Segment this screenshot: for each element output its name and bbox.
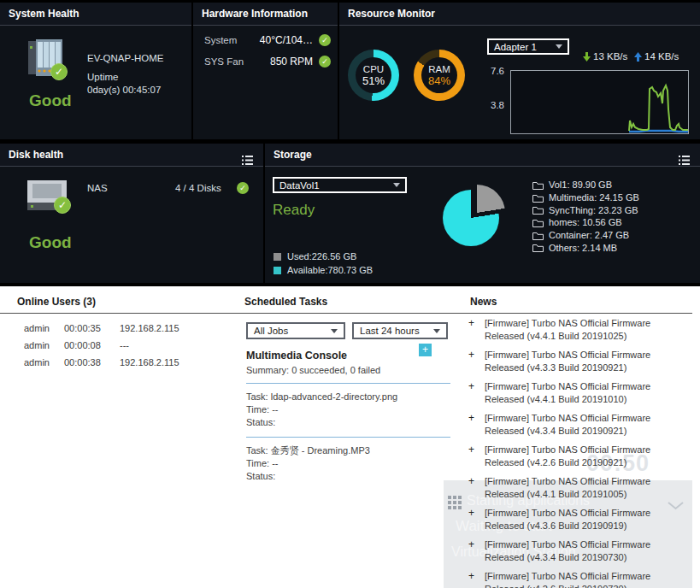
list-view-icon[interactable] — [679, 150, 690, 173]
folder-usage-list: Vol1: 89.90 GB Multimedia: 24.15 GB Sync… — [532, 179, 639, 254]
news-item[interactable]: +[Firmware] Turbo NAS Official FirmwareR… — [466, 317, 692, 343]
system-health-panel: System Health ✓ Good EV-QNAP-HOME Uptime — [0, 3, 191, 139]
user-name: admin — [0, 320, 64, 337]
disk-ok-icon: ✓ — [54, 197, 71, 214]
folder-row: Vol1: 89.90 GB — [532, 179, 639, 191]
hw-row-label: SYS Fan — [204, 56, 244, 67]
used-legend: Used:226.56 GB — [287, 251, 356, 262]
download-rate: 13 KB/s — [583, 51, 627, 62]
scheduled-tasks-title: Scheduled Tasks — [242, 296, 466, 314]
system-health-status: Good — [29, 91, 72, 110]
expand-icon: + — [466, 538, 485, 564]
hw-ok-icon: ✓ — [319, 34, 331, 46]
ram-value: 84% — [428, 74, 450, 87]
news-panel: News +[Firmware] Turbo NAS Official Firm… — [466, 286, 692, 588]
chevron-down-icon — [556, 44, 562, 49]
disks-ok-icon: ✓ — [237, 182, 249, 194]
task-item: Task: 金秀贤 - Dreaming.MP3 Time: -- Status… — [246, 444, 466, 483]
news-item[interactable]: +[Firmware] Turbo NAS Official FirmwareR… — [466, 475, 692, 501]
expand-icon: + — [466, 475, 485, 501]
folder-icon — [532, 193, 544, 203]
list-view-icon[interactable] — [242, 150, 253, 173]
folder-icon — [532, 231, 544, 240]
task-time: Time: -- — [246, 403, 466, 416]
session-time: 00:00:35 — [64, 320, 120, 337]
storage-pie-chart — [443, 190, 499, 246]
cpu-value: 51% — [362, 74, 385, 87]
folder-icon — [532, 218, 544, 227]
dashboard-light-area: 00:50 Starting applications Waiting to s… — [0, 286, 700, 588]
dashboard-dark-area: System Health ✓ Good EV-QNAP-HOME Uptime — [0, 0, 700, 286]
available-swatch — [274, 267, 281, 274]
expand-icon: + — [466, 412, 485, 438]
expand-icon: + — [466, 507, 485, 532]
task-status: Status: — [246, 470, 466, 483]
disk-health-status: Good — [29, 233, 72, 252]
disk-health-panel: Disk health ✓ Good NAS 4 / 4 Disks ✓ — [0, 144, 263, 283]
cpu-label: CPU — [363, 64, 384, 74]
volume-select-value: DataVol1 — [279, 180, 320, 191]
network-graph — [510, 70, 689, 134]
cpu-gauge: CPU 51% — [348, 50, 399, 101]
adapter-select[interactable]: Adapter 1 — [487, 38, 569, 55]
online-user-row: admin 00:00:35 192.168.2.115 — [0, 320, 242, 337]
chevron-down-icon — [433, 329, 440, 333]
expand-icon: + — [466, 317, 485, 343]
qnap-dashboard: System Health ✓ Good EV-QNAP-HOME Uptime — [0, 0, 700, 588]
task-summary: Summary: 0 succeeded, 0 failed — [246, 365, 466, 375]
y-tick: 7.6 — [475, 66, 504, 76]
news-item[interactable]: +[Firmware] Turbo NAS Official FirmwareR… — [466, 507, 692, 532]
user-ip: 192.168.2.115 — [120, 354, 179, 371]
add-task-button[interactable]: + — [419, 344, 432, 356]
user-name: admin — [0, 354, 64, 371]
volume-select[interactable]: DataVol1 — [273, 177, 407, 193]
volume-state: Ready — [273, 202, 315, 219]
hardware-panel: Hardware Information System 40°C/104… ✓ … — [193, 3, 338, 139]
storage-panel: Storage DataVol1 Ready Used:226.56 GB Av… — [265, 144, 700, 283]
download-series — [629, 85, 688, 131]
resource-monitor-title: Resource Monitor — [339, 3, 700, 26]
system-health-title: System Health — [0, 3, 191, 26]
hw-row-value: 850 RPM — [270, 56, 313, 68]
news-item[interactable]: +[Firmware] Turbo NAS Official FirmwareR… — [466, 349, 692, 374]
online-user-row: admin 00:00:08 --- — [0, 337, 242, 354]
disk-health-title: Disk health — [9, 149, 63, 161]
news-item[interactable]: +[Firmware] Turbo NAS Official FirmwareR… — [466, 570, 692, 588]
time-filter-select[interactable]: Last 24 hours — [352, 322, 448, 339]
news-item[interactable]: +[Firmware] Turbo NAS Official FirmwareR… — [466, 538, 692, 564]
expand-icon: + — [466, 349, 485, 374]
task-name: Task: 金秀贤 - Dreaming.MP3 — [246, 444, 466, 457]
chevron-down-icon — [331, 329, 338, 333]
news-item[interactable]: +[Firmware] Turbo NAS Official FirmwareR… — [466, 412, 692, 438]
task-group-title: Multimedia Console — [246, 350, 466, 362]
online-user-row: admin 00:00:38 192.168.2.115 — [0, 354, 242, 371]
scheduled-tasks-panel: Scheduled Tasks All Jobs Last 24 hours M… — [242, 286, 466, 588]
news-item[interactable]: +[Firmware] Turbo NAS Official FirmwareR… — [466, 444, 692, 469]
storage-title: Storage — [274, 149, 312, 161]
expand-icon: + — [466, 570, 485, 588]
resource-monitor-panel: Resource Monitor CPU 51% RAM 84% Adapter… — [339, 3, 700, 139]
user-ip: 192.168.2.115 — [120, 320, 179, 337]
arrow-down-icon — [583, 52, 591, 62]
available-legend: Available:780.73 GB — [287, 265, 373, 275]
health-ok-icon: ✓ — [50, 63, 68, 80]
folder-row: Container: 2.47 GB — [532, 229, 639, 242]
folder-icon — [532, 205, 544, 215]
hw-row-label: System — [204, 35, 237, 45]
task-separator — [246, 437, 450, 438]
upload-series — [629, 131, 688, 132]
task-time: Time: -- — [246, 457, 466, 470]
folder-row: Multimedia: 24.15 GB — [532, 191, 639, 204]
uptime-value: 0day(s) 00:45:07 — [87, 84, 161, 97]
online-users-title: Online Users (3) — [0, 296, 242, 314]
session-time: 00:00:08 — [64, 337, 120, 354]
ram-label: RAM — [428, 64, 450, 74]
disk-device-icon: ✓ — [26, 179, 86, 232]
folder-row: Others: 2.14 MB — [532, 241, 639, 254]
adapter-select-value: Adapter 1 — [494, 42, 537, 52]
news-item[interactable]: +[Firmware] Turbo NAS Official FirmwareR… — [466, 380, 692, 406]
online-users-panel: Online Users (3) admin 00:00:35 192.168.… — [0, 286, 242, 588]
ram-gauge: RAM 84% — [414, 50, 465, 101]
expand-icon: + — [466, 380, 485, 406]
job-filter-select[interactable]: All Jobs — [246, 322, 345, 339]
